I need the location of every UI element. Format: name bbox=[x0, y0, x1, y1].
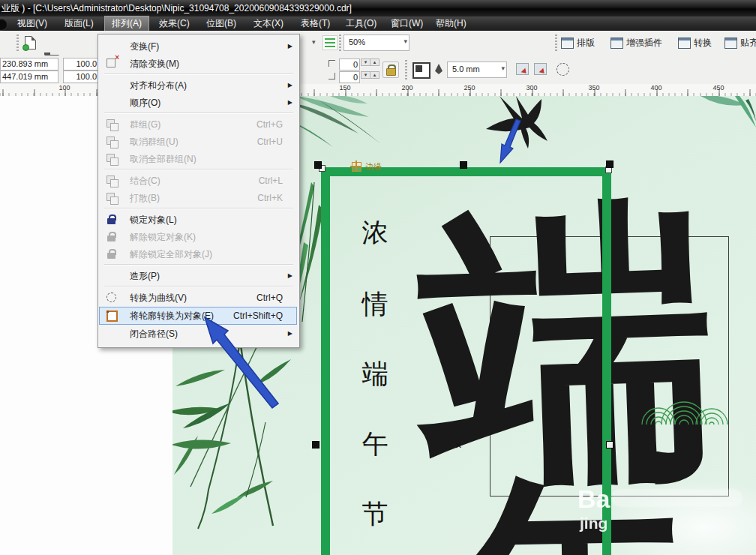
menu-item-convert-to-curves[interactable]: 转换为曲线(V)Ctrl+Q bbox=[100, 290, 296, 306]
menu-separator bbox=[104, 264, 293, 266]
menubar-item-view[interactable]: 视图(V) bbox=[10, 16, 54, 31]
ruler-label: 450 bbox=[712, 84, 724, 92]
watermark-text: Ba bbox=[578, 484, 610, 514]
toolbar-separator bbox=[339, 34, 341, 52]
menu-item-order[interactable]: 顺序(O)▶ bbox=[100, 94, 296, 111]
outline-width-combo[interactable]: 5.0 mm ▾ bbox=[447, 62, 507, 78]
outline-pen-icon bbox=[435, 64, 442, 74]
submenu-arrow-icon: ▶ bbox=[288, 326, 292, 342]
bamboo-branch-bottom-left[interactable] bbox=[172, 340, 315, 555]
arrange-menu-dropdown: 变换(F)▶ 清除变换(M) 对齐和分布(A)▶ 顺序(O)▶ 群组(G)Ctr… bbox=[98, 34, 300, 348]
swallow-bird[interactable] bbox=[478, 96, 584, 150]
menu-item-ungroup-all[interactable]: 取消全部群组(N) bbox=[100, 151, 296, 167]
menubar-item-arrange[interactable]: 排列(A) bbox=[105, 16, 148, 31]
ungroup-icon bbox=[106, 136, 115, 145]
corner-radius-bottom-field[interactable]: 0 bbox=[339, 71, 360, 83]
lock-ratio-button[interactable] bbox=[382, 62, 399, 78]
wave-cloud-decoration[interactable] bbox=[638, 366, 730, 429]
menu-item-ungroup[interactable]: 取消群组(U)Ctrl+U bbox=[100, 134, 296, 150]
layout-plugin-button[interactable]: 排版 bbox=[561, 34, 604, 52]
menu-bar: 视图(V) 版面(L) 排列(A) 效果(C) 位图(B) 文本(X) 表格(T… bbox=[0, 16, 756, 31]
zoom-combo-dropdown-icon[interactable]: ▾ bbox=[404, 38, 407, 45]
menu-item-close-path[interactable]: 闭合路径(S)▶ bbox=[100, 326, 296, 342]
snap-to-grid-icon bbox=[724, 38, 737, 49]
selection-handle-middle-left[interactable] bbox=[312, 441, 320, 448]
menubar-item-tools[interactable]: 工具(O) bbox=[339, 16, 383, 31]
outline-position-button[interactable] bbox=[412, 62, 430, 79]
menu-item-combine[interactable]: 结合(C)Ctrl+L bbox=[100, 172, 296, 189]
selection-handle-middle-right[interactable] bbox=[606, 441, 614, 448]
selection-center-mark[interactable]: × bbox=[455, 439, 462, 452]
behind-fill-button[interactable] bbox=[534, 63, 547, 75]
corner-radius-top-field[interactable]: 0 bbox=[339, 58, 360, 70]
menu-item-break-apart[interactable]: 打散(B)Ctrl+K bbox=[100, 190, 296, 206]
selection-handle-top-left[interactable] bbox=[314, 161, 322, 169]
enhance-plugin-icon bbox=[610, 38, 623, 49]
menubar-item-text[interactable]: 文本(X) bbox=[247, 16, 290, 31]
convert-to-curves-button[interactable] bbox=[556, 63, 569, 76]
menubar-item-window[interactable]: 窗口(W) bbox=[384, 16, 430, 31]
menu-item-transform[interactable]: 变换(F)▶ bbox=[100, 38, 296, 55]
corner-bracket-icon bbox=[328, 60, 335, 67]
new-document-button[interactable] bbox=[22, 34, 39, 51]
selection-label-text: 边缘 bbox=[365, 161, 382, 172]
ruler-label: 250 bbox=[464, 84, 475, 92]
menubar-item-help[interactable]: 帮助(H) bbox=[429, 16, 473, 31]
object-scale-x-field[interactable]: 100.0 bbox=[63, 58, 100, 70]
unlock-all-icon bbox=[106, 249, 117, 260]
bamboo-leaves-top-right[interactable] bbox=[696, 96, 756, 144]
toolbar-drag-handle[interactable] bbox=[16, 34, 19, 52]
selected-border-rectangle[interactable] bbox=[321, 167, 611, 555]
toolbar-separator bbox=[555, 34, 557, 52]
enhance-plugin-button[interactable]: 增强插件 bbox=[610, 34, 675, 52]
watermark-blur bbox=[611, 489, 742, 507]
zoom-level-value: 50% bbox=[349, 35, 365, 49]
convert-to-curves-icon bbox=[106, 292, 116, 302]
ruler-label: 100 bbox=[58, 84, 70, 92]
object-position-y-field[interactable]: 447.019 mm bbox=[0, 70, 58, 83]
ruler-label: 300 bbox=[526, 84, 537, 92]
spinner-up-icon[interactable]: ▴ bbox=[370, 58, 380, 66]
submenu-arrow-icon: ▶ bbox=[288, 38, 292, 55]
menu-separator bbox=[104, 112, 293, 114]
menubar-item-effects[interactable]: 效果(C) bbox=[152, 16, 196, 31]
menubar-item-layout[interactable]: 版面(L) bbox=[58, 16, 100, 31]
wrap-text-button[interactable] bbox=[516, 63, 529, 75]
convert-outline-to-object-icon bbox=[106, 310, 118, 322]
menu-item-align-distribute[interactable]: 对齐和分布(A)▶ bbox=[100, 77, 296, 94]
snap-to-button[interactable]: 贴齐 bbox=[724, 34, 756, 52]
submenu-arrow-icon: ▶ bbox=[288, 268, 292, 284]
menu-item-unlock-all-objects[interactable]: 解除锁定全部对象(J) bbox=[100, 246, 296, 262]
menubar-item-table[interactable]: 表格(T) bbox=[294, 16, 337, 31]
spinner-down-icon[interactable]: ▴ bbox=[370, 71, 380, 79]
node-edit-icon bbox=[352, 162, 362, 172]
object-position-x-field[interactable]: 230.893 mm bbox=[0, 58, 58, 70]
menu-item-lock-object[interactable]: 锁定对象(L) bbox=[100, 212, 296, 228]
convert-plugin-button[interactable]: 转换 bbox=[678, 34, 720, 52]
menu-item-unlock-object[interactable]: 解除锁定对象(K) bbox=[100, 229, 296, 245]
convert-plugin-icon bbox=[678, 38, 691, 49]
hidden-combo-dropdown-icon[interactable]: ▾ bbox=[312, 38, 316, 46]
selection-handle-top-middle[interactable] bbox=[460, 161, 467, 169]
combine-icon bbox=[106, 176, 115, 184]
menubar-item-bitmaps[interactable]: 位图(B) bbox=[200, 16, 243, 31]
zoom-level-combo[interactable]: 50% ▾ bbox=[344, 34, 410, 51]
menu-item-convert-outline-to-object[interactable]: 将轮廓转换为对象(E)Ctrl+Shift+Q bbox=[100, 308, 296, 324]
new-badge-icon bbox=[22, 44, 29, 51]
ruler-label: 200 bbox=[401, 84, 412, 92]
outline-width-dropdown-icon[interactable]: ▾ bbox=[501, 64, 505, 72]
menu-item-group[interactable]: 群组(G)Ctrl+G bbox=[100, 116, 296, 133]
object-scale-y-field[interactable]: 100.0 bbox=[63, 70, 100, 83]
bamboo-leaves-top-left[interactable] bbox=[285, 96, 390, 150]
layout-plugin-icon bbox=[561, 38, 574, 49]
selection-handle-top-right[interactable] bbox=[606, 160, 614, 168]
clear-transform-icon bbox=[106, 58, 116, 68]
menu-item-clear-transform[interactable]: 清除变换(M) bbox=[100, 56, 296, 72]
outline-width-value: 5.0 mm bbox=[452, 62, 480, 76]
corner-bracket-icon bbox=[328, 73, 335, 80]
break-apart-icon bbox=[106, 193, 115, 201]
menu-separator bbox=[104, 74, 293, 75]
window-title: 业版 ) - [C:\Users\Administrator\Desktop\N… bbox=[2, 0, 352, 16]
view-manager-icon[interactable] bbox=[322, 35, 338, 50]
menu-item-shaping[interactable]: 造形(P)▶ bbox=[100, 268, 296, 284]
